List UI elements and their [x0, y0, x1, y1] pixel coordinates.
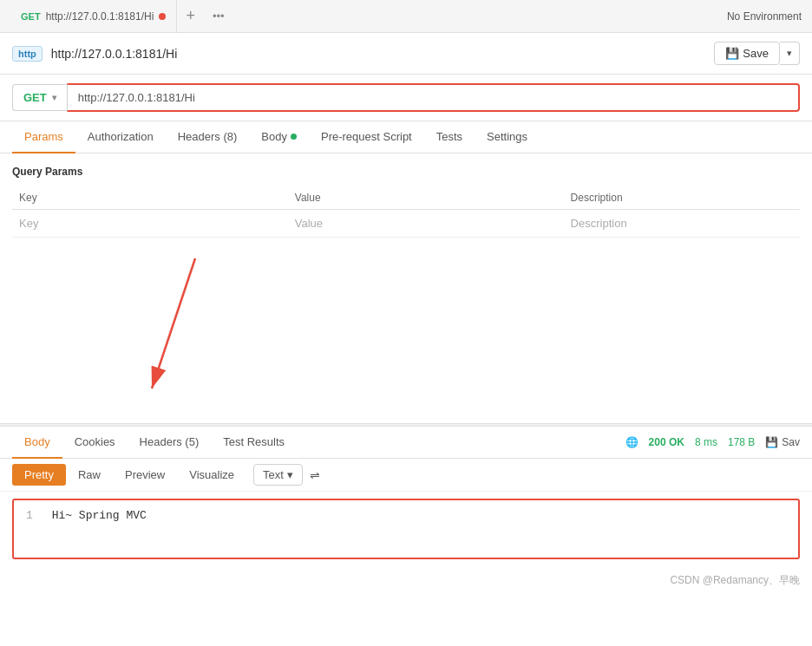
- resp-tab-body-label: Body: [24, 435, 50, 448]
- save-resp-icon: 💾: [765, 436, 778, 448]
- more-tabs-button[interactable]: •••: [204, 0, 233, 32]
- body-active-dot: [291, 134, 297, 140]
- query-params-area: Query Params Key Value Description Key V…: [0, 153, 812, 250]
- response-subtabs: Pretty Raw Preview Visualize Text ▾ ⇌: [0, 459, 812, 492]
- tab-url-label: http://127.0.0.1:8181/Hi: [46, 10, 154, 23]
- request-tabs: Params Authorization Headers (8) Body Pr…: [0, 121, 812, 153]
- tab-authorization-label: Authorization: [88, 130, 154, 143]
- tab-settings-label: Settings: [487, 130, 527, 143]
- format-dropdown-chevron-icon: ▾: [287, 468, 293, 481]
- tab-params[interactable]: Params: [12, 121, 75, 153]
- response-save-button[interactable]: 💾 Sav: [765, 436, 800, 448]
- resp-tab-headers[interactable]: Headers (5): [128, 427, 212, 459]
- method-select[interactable]: GET ▾: [12, 84, 67, 111]
- arrow-annotation: [0, 250, 812, 423]
- resp-tab-testresults[interactable]: Test Results: [211, 427, 297, 459]
- resp-subtab-visualize-label: Visualize: [189, 468, 234, 481]
- save-button[interactable]: 💾 Save: [714, 42, 780, 65]
- save-button-wrap: 💾 Save ▾: [714, 42, 800, 65]
- wrap-icon[interactable]: ⇌: [310, 468, 320, 482]
- resp-subtab-preview[interactable]: Preview: [113, 464, 177, 486]
- tab-prerequest-label: Pre-request Script: [321, 130, 412, 143]
- url-input[interactable]: http://127.0.0.1:8181/Hi: [67, 83, 800, 112]
- response-time: 8 ms: [695, 436, 717, 448]
- param-key-input[interactable]: Key: [12, 210, 288, 238]
- col-description: Description: [564, 186, 800, 210]
- save-resp-label: Sav: [782, 436, 800, 448]
- resp-subtab-visualize[interactable]: Visualize: [177, 464, 246, 486]
- url-bar-area: http http://127.0.0.1:8181/Hi 💾 Save ▾: [0, 33, 812, 75]
- tab-tests[interactable]: Tests: [424, 121, 475, 153]
- tab-headers[interactable]: Headers (8): [166, 121, 250, 153]
- response-tabs-bar: Body Cookies Headers (5) Test Results 🌐 …: [0, 427, 812, 459]
- environment-selector[interactable]: No Environment: [727, 10, 802, 23]
- globe-icon: 🌐: [625, 436, 638, 448]
- resp-tab-headers-label: Headers (5): [140, 435, 200, 448]
- param-placeholder-row: Key Value Description: [12, 210, 800, 238]
- arrow-svg: [0, 250, 812, 423]
- resp-tab-testresults-label: Test Results: [223, 435, 285, 448]
- params-table: Key Value Description Key Value Descript…: [12, 186, 800, 238]
- add-tab-button[interactable]: +: [177, 0, 204, 32]
- svg-line-1: [152, 258, 195, 388]
- save-dropdown-button[interactable]: ▾: [780, 42, 800, 65]
- param-value-input[interactable]: Value: [288, 210, 564, 238]
- method-value: GET: [23, 91, 47, 104]
- col-key: Key: [12, 186, 288, 210]
- method-chevron-icon: ▾: [52, 93, 56, 102]
- status-code: 200 OK: [649, 436, 684, 448]
- tab-authorization[interactable]: Authorization: [75, 121, 166, 153]
- save-label: Save: [743, 47, 769, 60]
- tab-body-label: Body: [261, 130, 287, 143]
- response-status: 🌐 200 OK 8 ms 178 B 💾 Sav: [625, 436, 800, 448]
- format-dropdown[interactable]: Text ▾: [253, 464, 303, 486]
- tab-headers-label: Headers (8): [178, 130, 238, 143]
- resp-subtab-preview-label: Preview: [125, 468, 165, 481]
- query-params-title: Query Params: [12, 166, 800, 178]
- tab-params-label: Params: [24, 130, 63, 143]
- tab-body[interactable]: Body: [249, 121, 309, 153]
- tab-method-label: GET: [21, 11, 41, 22]
- request-tab[interactable]: GET http://127.0.0.1:8181/Hi: [10, 0, 177, 32]
- col-value: Value: [288, 186, 564, 210]
- response-content: Hi~ Spring MVC: [52, 509, 147, 522]
- resp-subtab-pretty[interactable]: Pretty: [12, 464, 66, 486]
- tab-settings[interactable]: Settings: [475, 121, 540, 153]
- response-size: 178 B: [728, 436, 755, 448]
- resp-subtab-raw-label: Raw: [78, 468, 101, 481]
- tab-bar: GET http://127.0.0.1:8181/Hi + ••• No En…: [0, 0, 812, 33]
- resp-subtab-pretty-label: Pretty: [24, 468, 54, 481]
- resp-tab-cookies-label: Cookies: [75, 435, 115, 448]
- tab-active-dot: [159, 13, 166, 20]
- format-dropdown-value: Text: [263, 468, 284, 481]
- watermark: CSDN @Redamancy、早晚: [0, 566, 812, 595]
- tab-tests-label: Tests: [436, 130, 462, 143]
- resp-tab-cookies[interactable]: Cookies: [62, 427, 128, 459]
- request-url-row: GET ▾ http://127.0.0.1:8181/Hi: [0, 75, 812, 121]
- resp-subtab-raw[interactable]: Raw: [66, 464, 113, 486]
- param-desc-input[interactable]: Description: [564, 210, 800, 238]
- response-body: 1 Hi~ Spring MVC: [12, 499, 800, 559]
- resp-tab-body[interactable]: Body: [12, 427, 62, 459]
- url-title: http://127.0.0.1:8181/Hi: [51, 47, 706, 61]
- tab-prerequest[interactable]: Pre-request Script: [309, 121, 424, 153]
- save-icon: 💾: [725, 47, 739, 60]
- line-number: 1: [26, 509, 33, 522]
- http-badge: http: [12, 46, 43, 62]
